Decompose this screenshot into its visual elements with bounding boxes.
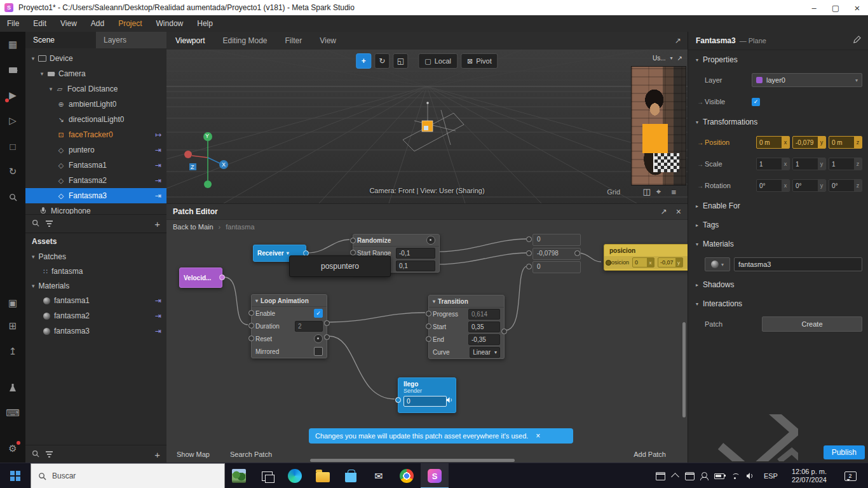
output-port[interactable]	[324, 334, 330, 340]
keyboard-icon[interactable]: ⌨	[0, 404, 25, 422]
export-icon[interactable]: ↥	[0, 342, 25, 360]
popout-preview-icon[interactable]: ↗	[677, 55, 682, 62]
scene-tree-item-camera[interactable]: ▾ Camera	[25, 66, 166, 81]
sync-icon[interactable]: ↻	[0, 163, 25, 180]
collapse-icon[interactable]: ▾	[433, 299, 435, 304]
input-port[interactable]	[526, 236, 532, 242]
output-value-box[interactable]: -0,0798	[532, 248, 581, 260]
contacts-icon[interactable]	[702, 472, 707, 480]
tab-editing-mode[interactable]: Editing Mode	[214, 32, 276, 50]
scene-tree-item-directionallight[interactable]: ↘ directionalLight0	[25, 112, 166, 127]
scene-grid-icon[interactable]: ▦	[0, 36, 25, 53]
assets-group-materials[interactable]: ▾ Materials	[25, 279, 166, 293]
close-notification-icon[interactable]: ×	[536, 431, 540, 440]
tab-filter[interactable]: Filter	[276, 32, 311, 50]
test-flask-icon[interactable]	[0, 379, 25, 396]
patch-connector-icon[interactable]: →	[697, 161, 705, 168]
position-x-field[interactable]: 0 mx	[756, 136, 790, 149]
input-port[interactable]	[426, 336, 431, 342]
play-test-icon[interactable]: ▶	[0, 86, 25, 104]
asset-item-fantasma-patch[interactable]: ∷ fantasma	[25, 264, 166, 279]
section-shadows[interactable]: ▸ Shadows	[688, 275, 868, 294]
move-tool-icon[interactable]: +	[356, 53, 371, 69]
search-patch-button[interactable]: Search Patch	[230, 451, 272, 458]
posicion-node[interactable]: posicion posicion 0 x -0,07 y	[604, 244, 688, 271]
section-enable-for[interactable]: ▸ Enable For	[688, 196, 868, 215]
expand-arrow-icon[interactable]: ▾	[38, 71, 46, 77]
menu-project[interactable]: Project	[111, 15, 149, 32]
viewport-menu-icon[interactable]: ≡	[671, 187, 676, 197]
taskbar-app-edge[interactable]	[281, 463, 309, 488]
section-transformations[interactable]: ▾ Transformations	[688, 112, 868, 132]
video-capture-icon[interactable]	[0, 61, 25, 79]
patch-connector-icon[interactable]: →	[697, 139, 705, 146]
input-port[interactable]	[606, 260, 611, 266]
rotation-y-field[interactable]: 0°y	[792, 179, 826, 192]
output-port[interactable]	[219, 274, 225, 280]
menu-file[interactable]: File	[0, 15, 26, 32]
curve-dropdown[interactable]: Linear ▾	[470, 347, 500, 358]
start-field[interactable]: 0,35	[468, 322, 500, 332]
output-port[interactable]	[324, 320, 330, 326]
viewport-user-selector[interactable]: Us... ▾ ↗	[653, 55, 682, 62]
show-map-button[interactable]: Show Map	[177, 451, 210, 458]
material-name-field[interactable]: fantasma3	[734, 257, 862, 271]
input-port[interactable]	[248, 336, 254, 341]
scene-tree-item-focal-distance[interactable]: ▾ ▱ Focal Distance	[25, 81, 166, 97]
camera-preview[interactable]	[631, 66, 686, 186]
input-port[interactable]	[248, 310, 254, 316]
stop-icon[interactable]: □	[0, 137, 25, 155]
input-port[interactable]	[350, 250, 356, 255]
asset-item-fantasma2[interactable]: fantasma2 ⇥	[25, 308, 166, 323]
tab-view[interactable]: View	[311, 32, 345, 50]
position-z-field[interactable]: 0 mz	[829, 136, 862, 149]
taskbar-app-photos[interactable]	[225, 463, 253, 488]
end-field[interactable]: -0,35	[468, 334, 500, 345]
filter-icon[interactable]	[46, 451, 53, 458]
output-value-box[interactable]: 0	[532, 261, 581, 273]
vertical-scrollbar[interactable]	[682, 322, 686, 417]
menu-add[interactable]: Add	[84, 15, 111, 32]
display-icon[interactable]	[685, 472, 695, 480]
enable-checkbox[interactable]: ✓	[314, 309, 323, 318]
breadcrumb-root[interactable]: Back to Main	[173, 223, 214, 231]
scene-tree-item-puntero[interactable]: ◇ puntero ⇥	[25, 142, 166, 158]
search-icon[interactable]	[32, 218, 39, 229]
patch-connector-icon[interactable]: →	[697, 182, 705, 189]
collapse-icon[interactable]: ▾	[255, 298, 258, 304]
start-button[interactable]	[0, 463, 31, 488]
input-port[interactable]	[426, 323, 431, 329]
taskbar-app-mail[interactable]: ✉	[365, 463, 393, 488]
velocidad-node[interactable]: Velocid...	[179, 268, 222, 288]
start-range-max-field[interactable]: 0,1	[396, 261, 435, 271]
duration-field[interactable]: 2	[295, 321, 323, 332]
expand-arrow-icon[interactable]: ▾	[47, 86, 55, 92]
minimize-button[interactable]: –	[803, 0, 825, 15]
sender-node[interactable]: llego Sender 0	[398, 377, 456, 413]
language-indicator[interactable]: ESP	[761, 472, 781, 480]
tab-viewport[interactable]: Viewport	[166, 32, 214, 50]
viewport-3d[interactable]: Y X Z + ↻ ◱ ▢Local ⊠Pivot Us... ▾ ↗ Came…	[166, 50, 688, 203]
show-hidden-icons-chevron[interactable]	[672, 472, 678, 480]
scene-tree-item-fantasma3-selected[interactable]: ◇ Fantasma3 ⇥	[25, 188, 166, 203]
clock[interactable]: 12:06 p. m. 22/07/2024	[788, 468, 831, 484]
search-icon[interactable]	[32, 449, 39, 460]
pulse-button[interactable]	[426, 236, 435, 245]
material-preview-dropdown[interactable]: ▾	[705, 257, 730, 271]
search-icon[interactable]	[0, 188, 25, 206]
horizontal-scrollbar[interactable]	[310, 459, 515, 462]
grid-label[interactable]: Grid	[607, 188, 620, 196]
volume-icon[interactable]	[746, 472, 754, 480]
section-materials[interactable]: ▾ Materials	[688, 234, 868, 254]
input-port[interactable]	[426, 311, 431, 316]
position-y-field[interactable]: -0,079y	[792, 136, 826, 149]
popout-patch-editor-icon[interactable]: ↗	[661, 207, 667, 216]
add-block-icon[interactable]: ⊞	[0, 317, 25, 335]
input-port[interactable]	[350, 238, 356, 243]
scale-y-field[interactable]: 1y	[792, 158, 826, 170]
posicion-x-field[interactable]: 0 x	[632, 257, 654, 268]
taskbar-app-meta-spark[interactable]: S	[421, 463, 449, 488]
visible-checkbox[interactable]: ✓	[752, 98, 760, 106]
scene-tree-item-device[interactable]: ▾ Device	[25, 51, 166, 66]
output-value-box[interactable]: 0	[532, 234, 581, 246]
